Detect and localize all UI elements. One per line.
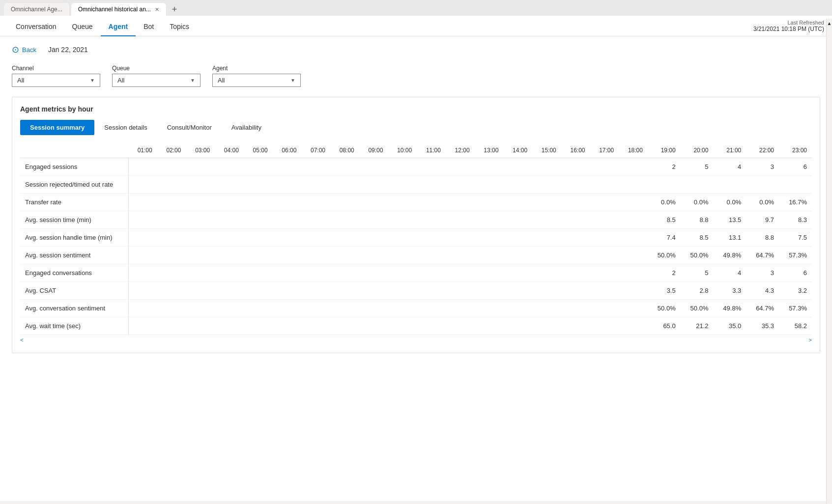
cell-5-16 [590,247,619,264]
cell-8-5 [273,300,302,317]
nav-item-conversation[interactable]: Conversation [8,16,64,36]
last-refreshed: Last Refreshed 3/21/2021 10:18 PM (UTC) [753,20,824,32]
cell-1-15 [561,176,590,194]
cell-3-5 [273,211,302,229]
cell-5-9 [388,247,417,264]
nav-item-topics[interactable]: Topics [162,16,197,36]
hour-header-5: 06:00 [273,143,302,158]
cell-2-11 [446,194,475,211]
tab-session-details[interactable]: Session details [94,120,157,135]
scroll-up-arrow[interactable]: ▲ [827,21,832,26]
cell-9-8 [359,317,388,335]
hour-header-18: 19:00 [648,143,681,158]
tab-active[interactable]: Omnichannel historical an... ✕ [71,3,166,16]
nav-item-bot[interactable]: Bot [136,16,162,36]
cell-6-15 [561,264,590,282]
cell-3-20: 13.5 [713,211,746,229]
cell-0-13 [503,158,532,176]
back-button[interactable]: ⊙ Back [12,44,36,55]
cell-7-14 [532,282,561,300]
cell-0-14 [532,158,561,176]
table-row: Avg. session sentiment50.0%50.0%49.8%64.… [20,247,812,264]
cell-9-12 [475,317,504,335]
cell-2-12 [475,194,504,211]
close-icon[interactable]: ✕ [155,6,159,13]
cell-9-14 [532,317,561,335]
cell-0-11 [446,158,475,176]
back-icon: ⊙ [12,44,19,55]
cell-7-15 [561,282,590,300]
metric-label: Engaged sessions [20,158,128,176]
tab-inactive[interactable]: Omnichannel Age... [4,3,69,16]
agent-select[interactable]: All ▼ [212,74,301,87]
metrics-title: Agent metrics by hour [20,105,812,113]
cell-6-9 [388,264,417,282]
cell-5-8 [359,247,388,264]
cell-7-21: 4.3 [746,282,779,300]
cell-1-5 [273,176,302,194]
cell-1-22 [779,176,812,194]
data-table-wrapper[interactable]: 01:0002:0003:0004:0005:0006:0007:0008:00… [20,143,812,345]
cell-9-20: 35.0 [713,317,746,335]
cell-9-6 [301,317,330,335]
table-row: Avg. wait time (sec)65.021.235.035.358.2 [20,317,812,335]
cell-0-12 [475,158,504,176]
cell-8-11 [446,300,475,317]
tab-availability[interactable]: Availability [222,120,271,135]
cell-4-17 [619,229,648,247]
cell-7-17 [619,282,648,300]
cell-6-16 [590,264,619,282]
cell-0-9 [388,158,417,176]
cell-2-18: 0.0% [648,194,681,211]
cell-1-19 [681,176,714,194]
cell-7-9 [388,282,417,300]
cell-1-1 [157,176,186,194]
cell-5-13 [503,247,532,264]
scroll-left-button[interactable]: < [20,337,23,343]
cell-0-6 [301,158,330,176]
cell-7-22: 3.2 [779,282,812,300]
metric-label: Avg. session handle time (min) [20,229,128,247]
metric-label: Engaged conversations [20,264,128,282]
cell-5-3 [215,247,244,264]
cell-9-16 [590,317,619,335]
cell-4-1 [157,229,186,247]
cell-2-21: 0.0% [746,194,779,211]
cell-9-18: 65.0 [648,317,681,335]
top-nav: Conversation Queue Agent Bot Topics Last… [0,16,832,36]
cell-8-21: 64.7% [746,300,779,317]
channel-select[interactable]: All ▼ [12,74,100,87]
cell-4-2 [186,229,215,247]
cell-7-1 [157,282,186,300]
cell-4-7 [330,229,359,247]
cell-5-4 [244,247,273,264]
cell-9-7 [330,317,359,335]
nav-item-agent[interactable]: Agent [101,16,136,36]
tab-consult-monitor[interactable]: Consult/Monitor [157,120,222,135]
cell-8-1 [157,300,186,317]
cell-2-15 [561,194,590,211]
cell-5-18: 50.0% [648,247,681,264]
breadcrumb-row: ⊙ Back Jan 22, 2021 [12,44,820,55]
cell-2-0 [128,194,157,211]
add-tab-button[interactable]: + [168,3,181,16]
cell-1-12 [475,176,504,194]
cell-1-18 [648,176,681,194]
tab-session-summary[interactable]: Session summary [20,120,94,135]
cell-7-2 [186,282,215,300]
cell-9-1 [157,317,186,335]
cell-0-0 [128,158,157,176]
app-container: Conversation Queue Agent Bot Topics Last… [0,16,832,501]
cell-7-8 [359,282,388,300]
cell-2-8 [359,194,388,211]
cell-1-6 [301,176,330,194]
hour-header-10: 11:00 [417,143,446,158]
cell-6-13 [503,264,532,282]
cell-1-11 [446,176,475,194]
cell-6-14 [532,264,561,282]
cell-9-4 [244,317,273,335]
cell-4-14 [532,229,561,247]
queue-select[interactable]: All ▼ [112,74,201,87]
scroll-right-button[interactable]: > [809,337,812,343]
nav-item-queue[interactable]: Queue [64,16,101,36]
